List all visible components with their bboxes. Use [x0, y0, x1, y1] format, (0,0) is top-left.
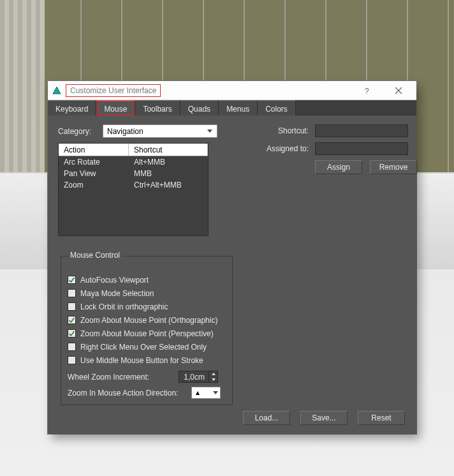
checkbox-icon: [68, 329, 76, 338]
shortcut-input[interactable]: [315, 124, 408, 137]
arrow-up-icon: [196, 391, 200, 395]
chevron-down-icon: [205, 126, 214, 137]
checkbox-label: Maya Mode Selection: [80, 289, 154, 298]
category-value: Navigation: [107, 127, 143, 136]
col-shortcut[interactable]: Shortcut: [129, 144, 208, 156]
tab-label: Keyboard: [55, 105, 88, 114]
btn-label: Remove: [379, 163, 408, 172]
tab-toolbars[interactable]: Toolbars: [135, 100, 180, 115]
table-row[interactable]: Zoom Ctrl+Alt+MMB: [59, 179, 208, 191]
cell-action: Zoom: [59, 181, 129, 190]
close-button[interactable]: [384, 82, 413, 100]
cell-shortcut: Ctrl+Alt+MMB: [129, 181, 208, 190]
titlebar: Customize User Interface ?: [48, 81, 416, 100]
help-button[interactable]: ?: [353, 82, 381, 100]
reset-button[interactable]: Reset: [358, 411, 405, 425]
svg-text:?: ?: [365, 87, 369, 95]
category-select[interactable]: Navigation: [103, 124, 217, 138]
checkbox-icon: [68, 356, 76, 364]
opt-autofocus[interactable]: AutoFocus Viewport: [68, 273, 226, 286]
mouse-control-group: Mouse Control AutoFocus Viewport Maya Mo…: [61, 256, 233, 405]
checkbox-icon: [68, 276, 76, 284]
spinner-down-icon[interactable]: [209, 377, 217, 383]
window-title: Customize User Interface: [70, 86, 156, 95]
checkbox-label: AutoFocus Viewport: [80, 276, 149, 285]
save-button[interactable]: Save...: [300, 411, 348, 425]
shortcut-panel: Shortcut: Assigned to: Assign Remove: [260, 124, 408, 174]
assigned-to-input[interactable]: [315, 142, 408, 155]
table-body: Arc Rotate Alt+MMB Pan View MMB Zoom Ctr…: [59, 156, 208, 235]
opt-zoom-ortho[interactable]: Zoom About Mouse Point (Orthographic): [68, 313, 226, 327]
tab-bar: Keyboard Mouse Toolbars Quads Menus Colo…: [48, 100, 416, 115]
spinner-buttons[interactable]: [209, 371, 217, 382]
assigned-to-label: Assigned to:: [260, 144, 315, 153]
zoom-direction-select[interactable]: [191, 387, 221, 399]
tab-label: Colors: [265, 105, 288, 114]
btn-label: Save...: [312, 413, 335, 422]
tab-label: Menus: [226, 105, 249, 114]
zoom-direction-label: Zoom In Mouse Action Direction:: [68, 389, 185, 398]
tab-mouse[interactable]: Mouse: [96, 100, 135, 115]
opt-lock-orbit[interactable]: Lock Orbit in orthographic: [68, 300, 226, 313]
assign-button[interactable]: Assign: [315, 160, 362, 174]
footer-buttons: Load... Save... Reset: [243, 411, 405, 425]
checkbox-label: Use Middle Mouse Button for Stroke: [80, 356, 203, 365]
checkbox-label: Zoom About Mouse Point (Perspective): [80, 329, 214, 338]
checkbox-icon: [68, 302, 76, 311]
checkbox-label: Right Click Menu Over Selected Only: [80, 343, 207, 352]
btn-label: Load...: [255, 413, 279, 422]
opt-mmb-stroke[interactable]: Use Middle Mouse Button for Stroke: [68, 353, 226, 367]
checkbox-label: Lock Orbit in orthographic: [80, 302, 168, 311]
shortcut-table[interactable]: Action Shortcut Arc Rotate Alt+MMB Pan V…: [58, 143, 209, 236]
checkbox-icon: [68, 316, 76, 324]
cell-shortcut: MMB: [129, 169, 208, 178]
app-icon: [52, 86, 62, 96]
opt-right-click-menu[interactable]: Right Click Menu Over Selected Only: [68, 340, 226, 353]
spinner-value: 1,0cm: [179, 371, 209, 382]
tab-label: Mouse: [104, 105, 127, 114]
title-highlight-box: Customize User Interface: [66, 84, 161, 97]
table-header: Action Shortcut: [59, 144, 208, 156]
checkbox-icon: [68, 343, 76, 351]
tab-colors[interactable]: Colors: [258, 100, 296, 115]
remove-button[interactable]: Remove: [370, 160, 417, 174]
opt-zoom-persp[interactable]: Zoom About Mouse Point (Perspective): [68, 327, 226, 340]
checkbox-icon: [68, 289, 76, 297]
tab-keyboard[interactable]: Keyboard: [48, 100, 96, 115]
tab-label: Toolbars: [143, 105, 172, 114]
chevron-down-icon: [213, 391, 218, 394]
wheel-zoom-spinner[interactable]: 1,0cm: [179, 371, 218, 383]
shortcut-label: Shortcut:: [260, 126, 315, 135]
dialog-body: Category: Navigation Action Shortcut Arc…: [48, 115, 416, 434]
table-row[interactable]: Arc Rotate Alt+MMB: [59, 156, 208, 168]
wheel-zoom-label: Wheel Zoom Increment:: [68, 373, 172, 382]
cell-shortcut: Alt+MMB: [129, 158, 208, 167]
load-button[interactable]: Load...: [243, 411, 290, 425]
opt-maya-mode[interactable]: Maya Mode Selection: [68, 286, 226, 300]
col-action[interactable]: Action: [59, 144, 129, 156]
checkbox-label: Zoom About Mouse Point (Orthographic): [80, 316, 217, 325]
cell-action: Arc Rotate: [59, 158, 129, 167]
tab-label: Quads: [188, 105, 210, 114]
mouse-control-legend: Mouse Control: [68, 251, 122, 260]
tab-menus[interactable]: Menus: [219, 100, 258, 115]
btn-label: Assign: [327, 163, 350, 172]
spinner-up-icon[interactable]: [209, 371, 217, 377]
cell-action: Pan View: [59, 169, 129, 178]
customize-ui-dialog: Customize User Interface ? Keyboard Mous…: [48, 81, 416, 434]
category-label: Category:: [58, 127, 98, 136]
btn-label: Reset: [371, 413, 391, 422]
tab-quads[interactable]: Quads: [180, 100, 219, 115]
table-row[interactable]: Pan View MMB: [59, 168, 208, 179]
